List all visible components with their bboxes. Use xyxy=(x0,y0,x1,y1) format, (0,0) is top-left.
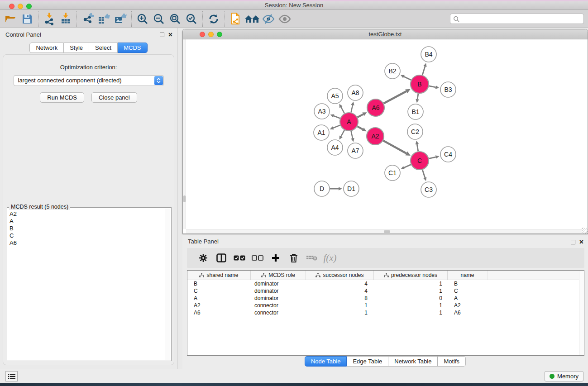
edge-C-C4[interactable] xyxy=(429,157,435,158)
column-header-shared-name[interactable]: shared name xyxy=(187,271,251,280)
reset-layout-button[interactable] xyxy=(244,11,260,27)
column-header-successor-nodes[interactable]: successor nodes xyxy=(306,271,374,280)
criterion-select[interactable]: largest connected component (directed) xyxy=(14,75,164,86)
table-scrollbar[interactable] xyxy=(579,271,584,355)
zoom-in-button[interactable] xyxy=(134,11,151,27)
table-row[interactable]: Adominator80A xyxy=(187,295,584,302)
mcds-list-scrollbar[interactable] xyxy=(165,209,170,360)
edge-C-C1[interactable] xyxy=(404,165,411,168)
delete-column-button[interactable] xyxy=(285,250,303,266)
network-horizontal-scrollbar[interactable] xyxy=(186,229,582,234)
edge-A2-C[interactable] xyxy=(383,141,406,153)
zoom-window-button[interactable] xyxy=(26,4,32,9)
network-vertical-scrollbar[interactable] xyxy=(183,39,186,229)
edge-A-A3[interactable] xyxy=(334,116,340,118)
table-row[interactable]: A2connector11A2 xyxy=(187,302,584,309)
graph-node-label: A3 xyxy=(318,108,325,115)
apply-function-button[interactable]: f(x) xyxy=(321,250,339,266)
tab-node-table[interactable]: Node Table xyxy=(305,356,347,367)
network-zoom-button[interactable] xyxy=(217,32,222,37)
export-table-button[interactable] xyxy=(96,11,112,27)
tab-motifs[interactable]: Motifs xyxy=(438,356,466,367)
task-history-button[interactable] xyxy=(5,371,18,381)
deselect-all-checks-button[interactable] xyxy=(249,250,267,266)
tab-select[interactable]: Select xyxy=(89,43,118,53)
edge-A-A8[interactable] xyxy=(351,105,353,112)
export-image-button[interactable] xyxy=(112,11,129,27)
column-header-predecessor-nodes[interactable]: predecessor nodes xyxy=(374,271,448,280)
new-network-from-file-button[interactable] xyxy=(228,11,244,27)
graph-node-label: B3 xyxy=(444,86,452,93)
export-network-button[interactable] xyxy=(80,11,96,27)
node-table: shared name MCDS role successor nodes pr… xyxy=(187,270,584,356)
window-resize-grip[interactable] xyxy=(582,228,588,234)
tab-mcds[interactable]: MCDS xyxy=(118,43,147,53)
hide-graphics-details-button[interactable] xyxy=(260,11,277,27)
edge-A-A1[interactable] xyxy=(333,125,340,128)
zoom-selected-button[interactable] xyxy=(183,11,200,27)
show-columns-button[interactable] xyxy=(212,250,230,266)
edge-A6-B[interactable] xyxy=(384,91,406,104)
float-panel-icon[interactable] xyxy=(160,33,164,37)
mcds-result-list[interactable]: A2ABCA6 xyxy=(7,210,164,360)
show-graphics-details-button[interactable] xyxy=(277,11,293,27)
zoom-out-button[interactable] xyxy=(151,11,167,27)
tab-style[interactable]: Style xyxy=(64,43,89,53)
network-graph[interactable]: B4B2BB3A5A8A6A3AB1A1C2A2A4A7CC4C1C3DD1 xyxy=(183,39,588,234)
close-window-button[interactable] xyxy=(9,4,14,9)
edge-B-B2[interactable] xyxy=(404,76,411,80)
table-row[interactable]: Bdominator41B xyxy=(187,280,584,287)
table-row[interactable]: Cdominator41C xyxy=(187,287,584,295)
edge-B-B4[interactable] xyxy=(422,67,425,75)
minimize-window-button[interactable] xyxy=(18,4,23,9)
tab-network-table[interactable]: Network Table xyxy=(388,356,438,367)
run-mcds-button[interactable]: Run MCDS xyxy=(40,92,84,103)
edge-C-C3[interactable] xyxy=(422,170,425,177)
import-table-button[interactable] xyxy=(57,11,74,27)
close-panel-icon[interactable]: × xyxy=(168,33,172,37)
tab-edge-table[interactable]: Edge Table xyxy=(347,356,388,367)
mcds-result-item[interactable]: B xyxy=(10,225,164,232)
memory-button[interactable]: Memory xyxy=(545,371,583,381)
edge-A-A4[interactable] xyxy=(341,130,344,136)
add-column-button[interactable] xyxy=(267,250,285,266)
edge-A-A7[interactable] xyxy=(351,131,353,138)
edge-A-A5[interactable] xyxy=(341,107,344,114)
save-session-button[interactable] xyxy=(19,11,35,27)
mcds-result-item[interactable]: A6 xyxy=(10,239,164,247)
select-stepper[interactable] xyxy=(154,76,163,85)
tab-network[interactable]: Network xyxy=(29,43,64,53)
float-table-panel-icon[interactable] xyxy=(571,240,575,244)
network-canvas[interactable]: B4B2BB3A5A8A6A3AB1A1C2A2A4A7CC4C1C3DD1 xyxy=(183,39,588,234)
close-table-panel-icon[interactable]: × xyxy=(579,240,583,244)
edge-C-C2[interactable] xyxy=(417,144,418,152)
edge-A-A2[interactable] xyxy=(357,126,363,129)
edge-A-A6[interactable] xyxy=(358,114,363,118)
open-session-button[interactable] xyxy=(3,11,19,27)
mcds-result-item[interactable]: A xyxy=(10,218,164,225)
import-network-button[interactable] xyxy=(41,11,57,27)
delete-table-button[interactable] xyxy=(303,250,321,266)
search-field[interactable] xyxy=(450,14,584,24)
column-header-name[interactable]: name xyxy=(448,271,488,280)
edge-B-B1[interactable] xyxy=(417,94,418,100)
zoom-fit-button[interactable] xyxy=(167,11,183,27)
network-hscroll-thumb[interactable] xyxy=(384,230,390,233)
table-options-button[interactable] xyxy=(194,250,212,266)
close-panel-button[interactable]: Close panel xyxy=(91,92,137,103)
select-all-checks-button[interactable] xyxy=(230,250,249,266)
mcds-result-item[interactable]: C xyxy=(10,232,164,239)
double-home-icon xyxy=(244,14,260,24)
import-table-icon xyxy=(60,13,71,25)
network-close-button[interactable] xyxy=(200,32,205,37)
mcds-result-item[interactable]: A2 xyxy=(10,210,164,218)
edge-B-B3[interactable] xyxy=(429,86,436,87)
table-row[interactable]: A6connector11A6 xyxy=(187,309,584,316)
network-vscroll-thumb[interactable] xyxy=(183,195,186,202)
open-folder-icon xyxy=(5,14,17,24)
network-minimize-button[interactable] xyxy=(208,32,214,37)
fx-icon: f(x) xyxy=(323,253,336,264)
column-header-mcds-role[interactable]: MCDS role xyxy=(251,271,306,280)
refresh-view-button[interactable] xyxy=(206,11,222,27)
search-input[interactable] xyxy=(461,15,583,23)
